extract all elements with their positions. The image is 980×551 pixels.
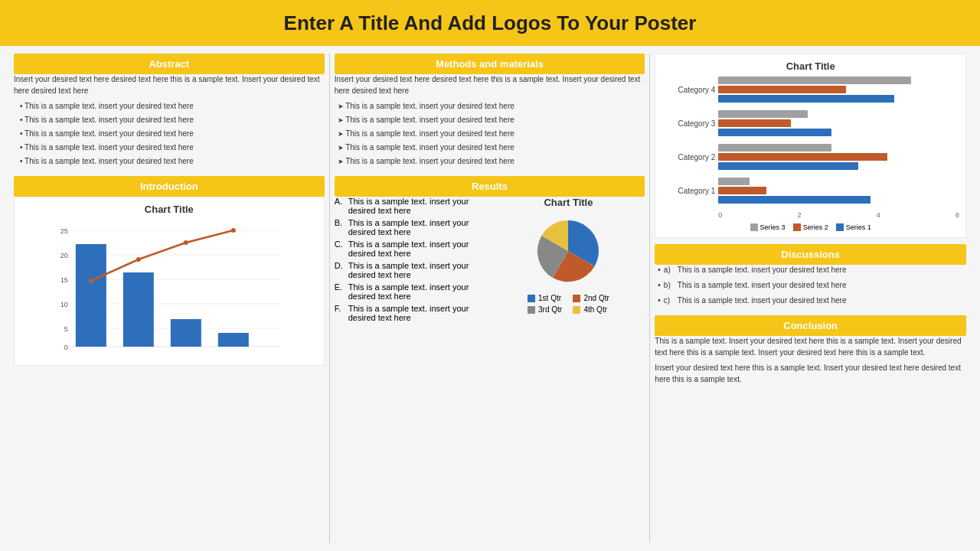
- bar-row-cat4: Category 4: [662, 77, 959, 103]
- x-label-4: 4: [877, 211, 880, 219]
- column-1: Abstract Insert your desired text here d…: [9, 54, 330, 543]
- legend-series2: Series 2: [793, 223, 828, 231]
- list-item: This is a sample text. insert your desir…: [20, 142, 325, 153]
- svg-point-19: [231, 228, 236, 233]
- bar-s1-cat2: [718, 162, 858, 170]
- pie-legend-dot-4: [573, 306, 580, 314]
- legend-series1: Series 1: [836, 223, 871, 231]
- list-item: D. This is a sample text. insert your de…: [335, 261, 488, 279]
- main-content: Abstract Insert your desired text here d…: [0, 46, 980, 551]
- svg-rect-13: [123, 272, 154, 347]
- bar-row-cat2: Category 2: [662, 144, 959, 170]
- pie-legend-item-2: 2nd Qtr: [573, 294, 609, 302]
- list-item: b) This is a sample text. insert your de…: [658, 280, 966, 291]
- bar-row-cat3: Category 3: [662, 110, 959, 136]
- bar-label-cat4: Category 4: [662, 86, 715, 94]
- bar-label-cat3: Category 3: [662, 119, 715, 128]
- list-item: This is a sample text. insert your desir…: [338, 142, 645, 153]
- pie-legend-item-3: 3rd Qtr: [528, 305, 564, 314]
- results-section: Results A. This is a sample text. insert…: [335, 176, 645, 325]
- abstract-intro: Insert your desired text here desired te…: [14, 74, 325, 96]
- x-label-2: 2: [798, 211, 802, 219]
- bar-s2-cat3: [718, 119, 790, 127]
- conclusion-para-1: This is a sample text. Insert your desir…: [655, 336, 966, 358]
- list-text: This is a sample text. insert your desir…: [348, 218, 488, 236]
- bar-s1-cat4: [718, 95, 894, 103]
- results-alpha-list: A. This is a sample text. insert your de…: [335, 197, 488, 322]
- svg-text:10: 10: [60, 301, 68, 308]
- pie-legend-dot-2: [573, 295, 580, 302]
- list-item: This is a sample text. insert your desir…: [20, 115, 325, 126]
- list-item: a) This is a sample text. insert your de…: [658, 265, 966, 276]
- legend-label-s2: Series 2: [803, 223, 828, 231]
- pie-legend: 1st Qtr 2nd Qtr 3rd Qtr 4th Qtr: [528, 294, 609, 314]
- bar-s3-cat1: [718, 178, 750, 185]
- list-item: This is a sample text. insert your desir…: [20, 156, 325, 167]
- svg-point-18: [184, 240, 188, 245]
- page-header: Enter A Title And Add Logos To Your Post…: [0, 0, 980, 46]
- svg-text:15: 15: [60, 276, 68, 284]
- list-label: A.: [335, 197, 345, 215]
- legend-series3: Series 3: [750, 223, 786, 231]
- list-text: This is a sample text. insert your desir…: [348, 304, 488, 322]
- x-label-0: 0: [718, 211, 722, 219]
- svg-point-16: [89, 279, 93, 283]
- hbar-x-axis: 0 2 4 6: [718, 211, 959, 219]
- pie-legend-label-1: 1st Qtr: [538, 294, 561, 302]
- introduction-header: Introduction: [14, 176, 325, 197]
- methods-body: Insert your desired text here desired te…: [335, 74, 645, 167]
- bars-group-cat2: [718, 144, 959, 170]
- list-label: C.: [335, 240, 345, 258]
- intro-chart-svg: 25 20 15 10 5 0: [21, 220, 318, 357]
- legend-dot-s2: [793, 223, 801, 231]
- bars-group-cat3: [718, 110, 959, 136]
- svg-rect-15: [218, 333, 249, 347]
- list-label: b): [664, 280, 675, 291]
- svg-text:20: 20: [60, 252, 68, 259]
- legend-label-s1: Series 1: [846, 223, 871, 231]
- results-body: A. This is a sample text. insert your de…: [335, 197, 645, 325]
- list-text: This is a sample text. insert your desir…: [678, 265, 847, 276]
- pie-legend-label-4: 4th Qtr: [583, 305, 607, 314]
- list-label: c): [664, 295, 675, 306]
- hbar-chart-title: Chart Title: [662, 60, 959, 72]
- list-text: This is a sample text. insert your desir…: [348, 282, 488, 301]
- page-title: Enter A Title And Add Logos To Your Post…: [284, 11, 697, 35]
- conclusion-section: Conclusion This is a sample text. Insert…: [655, 315, 966, 390]
- bars-group-cat1: [718, 178, 959, 204]
- conclusion-header: Conclusion: [655, 315, 966, 336]
- intro-chart-title: Chart Title: [21, 204, 318, 215]
- pie-legend-dot-1: [528, 295, 535, 302]
- legend-label-s3: Series 3: [760, 223, 786, 231]
- pie-legend-dot-3: [528, 306, 535, 314]
- intro-chart: Chart Title 25 20 15 10 5 0: [14, 197, 325, 366]
- discussions-list: a) This is a sample text. insert your de…: [655, 265, 966, 306]
- list-text: This is a sample text. insert your desir…: [678, 295, 847, 306]
- pie-chart-svg: [522, 213, 614, 289]
- legend-dot-s3: [750, 223, 758, 231]
- list-item: This is a sample text. insert your desir…: [338, 129, 645, 139]
- bars-group-cat4: [718, 77, 959, 103]
- list-label: F.: [335, 304, 345, 322]
- bar-row-cat1: Category 1: [662, 178, 959, 204]
- list-text: This is a sample text. insert your desir…: [348, 197, 488, 215]
- list-item: This is a sample text. insert your desir…: [338, 115, 645, 126]
- svg-text:25: 25: [60, 227, 68, 235]
- list-item: F. This is a sample text. insert your de…: [335, 304, 488, 322]
- svg-text:0: 0: [64, 344, 68, 351]
- list-label: E.: [335, 282, 345, 301]
- list-text: This is a sample text. insert your desir…: [348, 261, 488, 279]
- list-text: This is a sample text. insert your desir…: [348, 240, 488, 258]
- bar-s3-cat4: [718, 77, 911, 84]
- abstract-body: Insert your desired text here desired te…: [14, 74, 325, 167]
- bar-s2-cat1: [718, 187, 766, 194]
- methods-section: Methods and materials Insert your desire…: [335, 54, 645, 170]
- column-3: Chart Title Category 4 Category 3: [650, 54, 971, 543]
- bar-label-cat2: Category 2: [662, 153, 715, 161]
- list-item: E. This is a sample text. insert your de…: [335, 282, 488, 301]
- svg-rect-12: [76, 244, 106, 347]
- svg-rect-14: [171, 319, 201, 347]
- pie-chart-title: Chart Title: [544, 197, 593, 208]
- methods-intro: Insert your desired text here desired te…: [335, 74, 645, 96]
- abstract-header: Abstract: [14, 54, 325, 74]
